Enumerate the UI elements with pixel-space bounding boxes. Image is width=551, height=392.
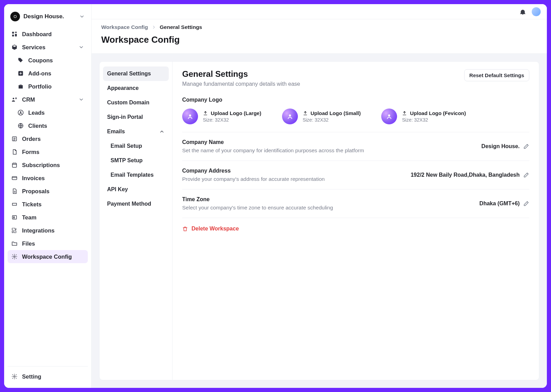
logo-upload-small: Upload Logo (Small) Size: 32X32 xyxy=(282,109,361,124)
sidebar-item-subscriptions[interactable]: Subscriptions xyxy=(8,158,88,172)
sidebar-item-label: Subscriptions xyxy=(22,162,60,168)
logo-row: Upload Logo (Large) Size: 32X32 xyxy=(182,109,529,124)
bell-icon[interactable] xyxy=(519,8,526,15)
tab-signin-portal[interactable]: Sign-in Portal xyxy=(103,110,169,124)
sidebar-item-label: CRM xyxy=(22,96,35,103)
breadcrumb-item[interactable]: Workspace Config xyxy=(101,24,148,30)
sidebar-item-label: Invoices xyxy=(22,175,45,182)
tab-email-setup[interactable]: Email Setup xyxy=(103,139,169,153)
avatar[interactable] xyxy=(532,7,541,16)
sidebar-footer: Setting xyxy=(8,366,88,383)
svg-rect-3 xyxy=(15,34,17,37)
field-description: Set the name of your company for identif… xyxy=(182,147,364,154)
settings-panel: General Settings Appearance Custom Domai… xyxy=(99,61,539,380)
sidebar-item-clients[interactable]: Clients xyxy=(8,119,88,132)
logo-preview-icon xyxy=(182,109,198,124)
section-company-logo: Company Logo Upload Logo (Large) xyxy=(182,97,529,132)
svg-point-16 xyxy=(14,256,15,258)
field-label: Time Zone xyxy=(182,196,333,203)
folder-icon xyxy=(11,240,18,247)
sidebar-item-portfolio[interactable]: Portfolio xyxy=(8,80,88,93)
chevron-down-icon xyxy=(78,96,84,103)
sidebar-item-coupons[interactable]: Coupons xyxy=(8,54,88,67)
sidebar-item-workspace-config[interactable]: Workspace Config xyxy=(8,250,88,263)
user-circle-icon xyxy=(17,109,24,116)
page-header: Workspace Config General Settings Worksp… xyxy=(92,19,547,54)
section-label: Company Logo xyxy=(182,97,529,103)
tag-icon xyxy=(17,57,24,64)
tab-smtp-setup[interactable]: SMTP Setup xyxy=(103,153,169,168)
sidebar-item-team[interactable]: Team xyxy=(8,211,88,224)
sidebar-item-forms[interactable]: Forms xyxy=(8,145,88,158)
breadcrumb: Workspace Config General Settings xyxy=(101,24,537,30)
sidebar-item-invoices[interactable]: Invoices xyxy=(8,172,88,185)
tab-label: Email Templates xyxy=(111,172,154,178)
sidebar-item-crm[interactable]: CRM xyxy=(8,93,88,106)
plus-square-icon xyxy=(17,70,24,77)
sidebar-item-label: Workspace Config xyxy=(22,254,72,260)
svg-rect-13 xyxy=(12,177,17,180)
page-title: Workspace Config xyxy=(101,34,537,45)
sidebar-item-label: Dashboard xyxy=(22,31,52,38)
tab-custom-domain[interactable]: Custom Domain xyxy=(103,95,169,110)
sidebar-item-label: Leads xyxy=(28,110,45,116)
svg-point-20 xyxy=(388,114,391,116)
sidebar-item-label: Integrations xyxy=(22,227,54,234)
sidebar-item-label: Forms xyxy=(22,149,39,155)
sidebar-item-leads[interactable]: Leads xyxy=(8,106,88,119)
tab-label: SMTP Setup xyxy=(111,157,143,164)
tab-general-settings[interactable]: General Settings xyxy=(103,66,169,81)
svg-point-0 xyxy=(14,16,17,18)
sidebar-item-files[interactable]: Files xyxy=(8,237,88,250)
dashboard-icon xyxy=(11,31,18,38)
chevron-down-icon xyxy=(79,13,85,20)
tab-payment-method[interactable]: Payment Method xyxy=(103,197,169,211)
tab-label: General Settings xyxy=(107,71,151,77)
tab-label: Emails xyxy=(107,128,125,135)
gear-icon xyxy=(11,373,18,380)
sidebar-item-services[interactable]: Services xyxy=(8,41,88,54)
edit-icon[interactable] xyxy=(523,200,529,207)
sidebar-item-label: Coupons xyxy=(28,57,53,64)
workspace-switcher[interactable]: Design House. xyxy=(8,8,88,26)
tab-emails[interactable]: Emails xyxy=(103,124,169,139)
sidebar-item-label: Files xyxy=(22,240,35,247)
delete-workspace-button[interactable]: Delete Workspace xyxy=(182,226,529,232)
svg-point-15 xyxy=(13,217,14,218)
tab-label: API Key xyxy=(107,186,128,193)
tab-email-templates[interactable]: Email Templates xyxy=(103,168,169,182)
chevron-down-icon xyxy=(78,44,84,50)
puzzle-icon xyxy=(11,227,18,234)
sidebar-item-integrations[interactable]: Integrations xyxy=(8,224,88,237)
field-company-name: Company Name Set the name of your compan… xyxy=(182,132,529,161)
briefcase-icon xyxy=(17,83,24,90)
sidebar-item-label: Proposals xyxy=(22,188,50,195)
sidebar-item-dashboard[interactable]: Dashboard xyxy=(8,28,88,41)
edit-icon[interactable] xyxy=(523,172,529,178)
upload-icon xyxy=(303,111,308,116)
upload-label: Upload Logo (Large) xyxy=(211,110,261,116)
sidebar-item-label: Orders xyxy=(22,136,41,142)
tab-label: Appearance xyxy=(107,85,139,91)
reset-default-button[interactable]: Reset Default Settings xyxy=(464,69,529,81)
logo-size-label: Size: 32X32 xyxy=(203,117,261,123)
app-frame: Design House. Dashboard Services xyxy=(4,4,547,388)
upload-logo-favicon-button[interactable]: Upload Logo (Fevicon) xyxy=(402,110,466,116)
sidebar-item-tickets[interactable]: Tickets xyxy=(8,198,88,211)
sidebar-item-setting[interactable]: Setting xyxy=(8,370,88,383)
sidebar-item-proposals[interactable]: Proposals xyxy=(8,185,88,198)
sidebar-nav: Dashboard Services Coupons xyxy=(8,26,88,366)
upload-logo-large-button[interactable]: Upload Logo (Large) xyxy=(203,110,261,116)
tab-appearance[interactable]: Appearance xyxy=(103,81,169,95)
field-company-address: Company Address Provide your company's a… xyxy=(182,161,529,189)
upload-logo-small-button[interactable]: Upload Logo (Small) xyxy=(303,110,361,116)
chevron-up-icon xyxy=(159,129,165,134)
tab-api-key[interactable]: API Key xyxy=(103,182,169,197)
svg-point-18 xyxy=(189,114,191,116)
sidebar-item-orders[interactable]: Orders xyxy=(8,132,88,145)
sidebar-item-addons[interactable]: Add-ons xyxy=(8,67,88,80)
tab-label: Email Setup xyxy=(111,143,142,149)
svg-point-9 xyxy=(20,111,22,113)
sidebar-item-label: Portfolio xyxy=(28,83,52,90)
edit-icon[interactable] xyxy=(523,143,529,149)
